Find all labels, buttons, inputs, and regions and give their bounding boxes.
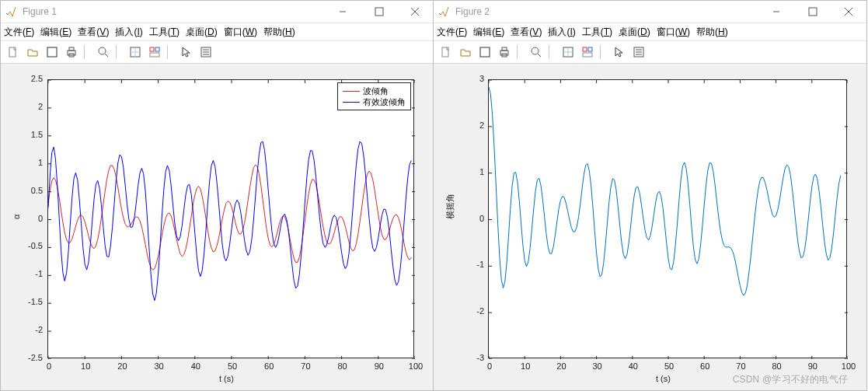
link-axes-button[interactable] (145, 44, 164, 61)
y-tick-label: 1 (479, 167, 484, 176)
open-button[interactable] (456, 44, 475, 61)
insert-legend-button[interactable] (629, 44, 648, 61)
new-button[interactable] (4, 44, 23, 61)
new-button[interactable] (437, 44, 455, 61)
menu-item[interactable]: 查看(V) (511, 26, 542, 39)
figure-canvas: 0102030405060708090100-3-2-10123t (s)横摇角 (434, 64, 866, 390)
zoom-button[interactable] (527, 44, 546, 61)
x-tick-label: 70 (733, 361, 748, 371)
figure-window-2: Figure 2文件(F)编辑(E)查看(V)插入(I)工具(T)桌面(D)窗口… (434, 0, 867, 391)
y-tick-label: 0 (38, 214, 43, 223)
svg-rect-0 (375, 8, 383, 16)
toolbar-separator (600, 45, 607, 59)
y-tick-label: -0.5 (28, 241, 43, 250)
menu-item[interactable]: 编辑(E) (40, 26, 71, 39)
x-axis-label: t (s) (656, 374, 671, 383)
x-tick-label: 70 (298, 361, 313, 371)
x-axis-label: t (s) (219, 374, 234, 383)
axes[interactable] (47, 79, 414, 358)
pointer-button[interactable] (610, 44, 629, 61)
save-button[interactable] (476, 44, 494, 61)
toolbar-separator (549, 45, 556, 59)
x-tick-label: 10 (518, 361, 533, 371)
close-button[interactable] (831, 1, 866, 23)
print-button[interactable] (62, 44, 81, 61)
x-tick-label: 100 (408, 361, 424, 371)
save-button[interactable] (43, 44, 61, 61)
x-tick-label: 40 (188, 361, 204, 371)
y-tick-label: -1.5 (28, 297, 43, 306)
y-tick-label: -1 (476, 260, 484, 269)
x-tick-label: 20 (553, 361, 569, 371)
figure-window-1: Figure 1文件(F)编辑(E)查看(V)插入(I)工具(T)桌面(D)窗口… (0, 0, 434, 391)
data-cursor-button[interactable] (126, 44, 145, 61)
menu-item[interactable]: 文件(F) (4, 26, 34, 39)
series-line (48, 141, 411, 301)
matlab-icon (438, 5, 451, 18)
axes[interactable] (488, 79, 847, 358)
legend-label: 波倾角 (363, 86, 389, 97)
x-tick-label: 30 (152, 361, 167, 371)
plot-area (489, 80, 848, 359)
max-button[interactable] (361, 1, 397, 23)
legend-line-icon (343, 91, 360, 92)
svg-rect-60 (482, 48, 488, 51)
x-tick-label: 30 (590, 361, 605, 371)
menu-item[interactable]: 编辑(E) (473, 26, 504, 39)
svg-rect-63 (502, 47, 507, 51)
x-tick-label: 60 (261, 361, 277, 371)
svg-rect-1 (9, 47, 16, 57)
legend-entry: 有效波倾角 (343, 96, 406, 107)
max-button[interactable] (795, 1, 831, 23)
menu-item[interactable]: 工具(T) (149, 26, 180, 39)
min-button[interactable] (759, 1, 795, 23)
toolbar-separator (84, 45, 91, 59)
menubar: 文件(F)编辑(E)查看(V)插入(I)工具(T)桌面(D)窗口(W)帮助(H) (434, 23, 866, 41)
svg-rect-9 (150, 47, 154, 51)
x-tick-label: 80 (335, 361, 350, 371)
toolbar (1, 41, 433, 64)
x-tick-label: 50 (661, 361, 677, 371)
toolbar (434, 41, 866, 64)
close-button[interactable] (397, 1, 433, 23)
x-tick-label: 20 (114, 361, 130, 371)
y-tick-label: 1 (38, 158, 43, 167)
menu-item[interactable]: 桌面(D) (186, 26, 218, 39)
y-axis-label: 横摇角 (444, 194, 456, 219)
svg-rect-3 (49, 48, 55, 51)
y-tick-label: 0.5 (31, 186, 43, 195)
svg-rect-6 (69, 47, 74, 51)
menu-item[interactable]: 插入(I) (548, 26, 575, 39)
x-tick-label: 10 (78, 361, 93, 371)
y-tick-label: 2 (479, 120, 484, 130)
link-axes-button[interactable] (578, 44, 597, 61)
menu-item[interactable]: 帮助(H) (263, 26, 295, 39)
y-tick-label: -2.5 (28, 353, 43, 362)
pointer-button[interactable] (177, 44, 196, 61)
menu-item[interactable]: 窗口(W) (657, 26, 690, 39)
svg-rect-10 (155, 47, 159, 51)
window-title: Figure 1 (23, 6, 326, 17)
legend-entry: 波倾角 (343, 86, 406, 96)
y-tick-label: 1.5 (31, 130, 43, 139)
menu-item[interactable]: 查看(V) (78, 26, 109, 39)
menu-item[interactable]: 窗口(W) (224, 26, 257, 39)
x-tick-label: 50 (225, 361, 240, 371)
zoom-button[interactable] (94, 44, 113, 61)
open-button[interactable] (23, 44, 42, 61)
x-tick-label: 100 (841, 361, 856, 371)
menu-item[interactable]: 插入(I) (115, 26, 142, 39)
menu-item[interactable]: 工具(T) (582, 26, 612, 39)
menu-item[interactable]: 文件(F) (437, 26, 467, 39)
min-button[interactable] (326, 1, 361, 23)
data-cursor-button[interactable] (559, 44, 577, 61)
legend[interactable]: 波倾角有效波倾角 (337, 82, 411, 110)
insert-legend-button[interactable] (197, 44, 215, 61)
x-tick-label: 90 (371, 361, 387, 371)
svg-rect-68 (583, 53, 592, 57)
menu-item[interactable]: 桌面(D) (619, 26, 650, 39)
y-tick-label: -2 (35, 325, 43, 334)
menu-item[interactable]: 帮助(H) (696, 26, 728, 39)
y-tick-label: -1 (35, 269, 43, 278)
print-button[interactable] (495, 44, 514, 61)
